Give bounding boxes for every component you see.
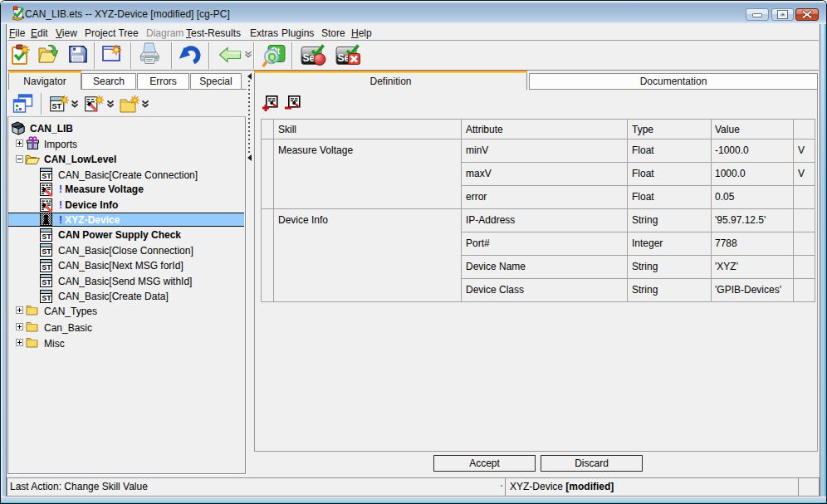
svg-text:ST: ST bbox=[42, 263, 51, 272]
svg-text:Q: Q bbox=[268, 51, 276, 63]
svg-text:ST: ST bbox=[42, 278, 51, 286]
svg-text:ST: ST bbox=[42, 232, 51, 241]
svg-text:ST: ST bbox=[42, 294, 51, 302]
svg-text:Se: Se bbox=[303, 52, 316, 64]
svg-text:ST: ST bbox=[42, 247, 51, 256]
svg-text:ST: ST bbox=[52, 102, 62, 110]
svg-text:ST: ST bbox=[42, 172, 51, 180]
